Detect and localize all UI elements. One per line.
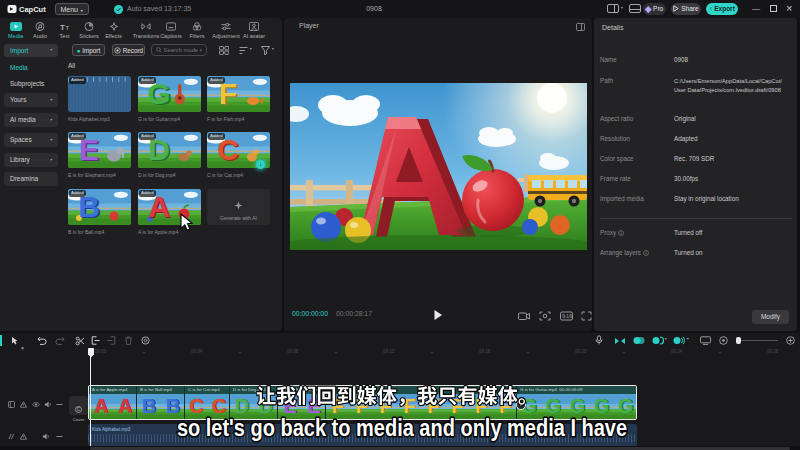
svg-text:so let's go back to media and: so let's go back to media and only media… (177, 414, 627, 441)
svg-text:T: T (60, 23, 65, 31)
svg-text:T: T (65, 25, 69, 31)
svg-text:C: C (77, 407, 81, 412)
svg-text:9:16: 9:16 (562, 313, 572, 319)
